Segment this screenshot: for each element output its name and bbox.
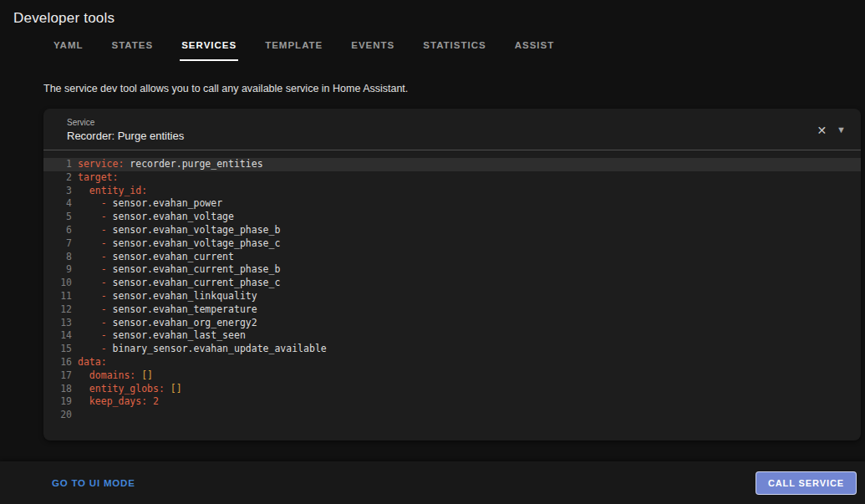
line-code: entity_id:	[72, 185, 147, 198]
footer-bar: GO TO UI MODE CALL SERVICE	[0, 461, 865, 504]
editor-line-3[interactable]: 3 entity_id:	[43, 185, 861, 198]
line-code: - sensor.evahan_voltage_phase_b	[72, 224, 280, 237]
line-number: 10	[43, 277, 72, 290]
line-number: 17	[43, 369, 72, 383]
tab-states[interactable]: STATES	[110, 40, 155, 61]
line-code: - sensor.evahan_org_energy2	[72, 317, 257, 330]
line-code: domains: []	[72, 369, 153, 383]
go-to-ui-mode-button[interactable]: GO TO UI MODE	[45, 471, 142, 495]
editor-line-20[interactable]: 20	[43, 409, 861, 422]
editor-line-11[interactable]: 11 - sensor.evahan_linkquality	[43, 290, 861, 303]
editor-line-1[interactable]: 1service: recorder.purge_entities	[43, 158, 861, 171]
line-number: 5	[43, 211, 72, 224]
line-number: 18	[43, 383, 72, 396]
editor-line-12[interactable]: 12 - sensor.evahan_temperature	[43, 303, 861, 317]
editor-line-4[interactable]: 4 - sensor.evahan_power	[43, 197, 861, 211]
page-title: Developer tools	[0, 0, 865, 27]
line-number: 16	[43, 356, 72, 369]
tab-assist[interactable]: ASSIST	[513, 40, 557, 61]
call-service-button[interactable]: CALL SERVICE	[756, 471, 857, 495]
line-code: keep_days: 2	[72, 395, 159, 409]
tab-template[interactable]: TEMPLATE	[263, 40, 324, 61]
tab-services[interactable]: SERVICES	[180, 40, 238, 61]
line-code: entity_globs: []	[72, 383, 182, 396]
yaml-editor[interactable]: 1service: recorder.purge_entities2target…	[43, 150, 861, 422]
line-code: - sensor.evahan_current_phase_b	[72, 263, 280, 277]
line-code: - sensor.evahan_voltage_phase_c	[72, 237, 280, 251]
tab-bar: YAMLSTATESSERVICESTEMPLATEEVENTSSTATISTI…	[52, 40, 865, 61]
line-number: 20	[43, 409, 72, 422]
service-tool-description: The service dev tool allows you to call …	[43, 83, 865, 94]
line-number: 8	[43, 251, 72, 264]
editor-line-17[interactable]: 17 domains: []	[43, 369, 861, 383]
tab-yaml[interactable]: YAML	[52, 40, 85, 61]
editor-line-13[interactable]: 13 - sensor.evahan_org_energy2	[43, 317, 861, 330]
service-picker-text: Service Recorder: Purge entities	[67, 118, 806, 142]
line-code: service: recorder.purge_entities	[72, 158, 263, 171]
editor-line-19[interactable]: 19 keep_days: 2	[43, 395, 861, 409]
line-number: 6	[43, 224, 72, 237]
line-number: 19	[43, 395, 72, 409]
chevron-down-icon[interactable]: ▼	[837, 125, 847, 135]
line-number: 12	[43, 303, 72, 317]
service-picker-label: Service	[67, 118, 806, 127]
service-picker[interactable]: Service Recorder: Purge entities ✕ ▼	[43, 109, 861, 150]
line-code: data:	[72, 356, 107, 369]
editor-line-15[interactable]: 15 - binary_sensor.evahan_update_availab…	[43, 343, 861, 356]
service-call-card: Service Recorder: Purge entities ✕ ▼ 1se…	[43, 109, 861, 440]
line-number: 4	[43, 197, 72, 211]
line-code: - sensor.evahan_linkquality	[72, 290, 257, 303]
service-picker-value: Recorder: Purge entities	[67, 130, 806, 142]
line-code: - sensor.evahan_voltage	[72, 211, 234, 224]
editor-line-7[interactable]: 7 - sensor.evahan_voltage_phase_c	[43, 237, 861, 251]
editor-line-10[interactable]: 10 - sensor.evahan_current_phase_c	[43, 277, 861, 290]
line-number: 2	[43, 171, 72, 185]
editor-line-16[interactable]: 16data:	[43, 356, 861, 369]
line-code: - sensor.evahan_last_seen	[72, 329, 246, 343]
close-icon[interactable]: ✕	[806, 125, 837, 136]
line-code: - sensor.evahan_current	[72, 251, 234, 264]
editor-line-9[interactable]: 9 - sensor.evahan_current_phase_b	[43, 263, 861, 277]
line-code: - binary_sensor.evahan_update_available	[72, 343, 327, 356]
line-number: 9	[43, 263, 72, 277]
line-code: target:	[72, 171, 118, 185]
line-code: - sensor.evahan_power	[72, 197, 222, 211]
line-number: 7	[43, 237, 72, 251]
line-code	[72, 409, 78, 422]
editor-line-8[interactable]: 8 - sensor.evahan_current	[43, 251, 861, 264]
line-number: 1	[43, 158, 72, 171]
tab-statistics[interactable]: STATISTICS	[421, 40, 487, 61]
line-number: 13	[43, 317, 72, 330]
tab-events[interactable]: EVENTS	[349, 40, 396, 61]
editor-line-18[interactable]: 18 entity_globs: []	[43, 383, 861, 396]
editor-line-14[interactable]: 14 - sensor.evahan_last_seen	[43, 329, 861, 343]
editor-line-6[interactable]: 6 - sensor.evahan_voltage_phase_b	[43, 224, 861, 237]
line-number: 15	[43, 343, 72, 356]
line-number: 14	[43, 329, 72, 343]
line-code: - sensor.evahan_temperature	[72, 303, 257, 317]
line-code: - sensor.evahan_current_phase_c	[72, 277, 280, 290]
line-number: 3	[43, 185, 72, 198]
developer-tools-page: Developer tools YAMLSTATESSERVICESTEMPLA…	[0, 0, 865, 440]
line-number: 11	[43, 290, 72, 303]
editor-line-5[interactable]: 5 - sensor.evahan_voltage	[43, 211, 861, 224]
editor-line-2[interactable]: 2target:	[43, 171, 861, 185]
